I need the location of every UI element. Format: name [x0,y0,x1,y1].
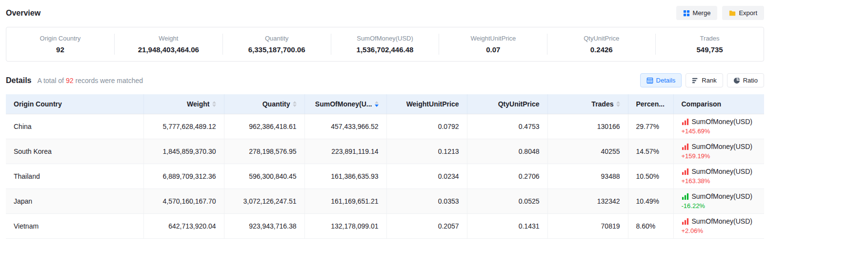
column-header-sum-of-money[interactable]: SumOfMoney(U... [304,94,386,114]
stat-sum-of-money: SumOfMoney(USD) 1,536,702,446.48 [331,34,440,55]
cell-origin-country: Vietnam [6,213,143,238]
summary-prefix: A total of [37,77,63,84]
stat-origin-country: Origin Country 92 [6,34,115,55]
cell-comparison: SumOfMoney(USD) +2.06% [673,213,764,238]
ratio-pie-icon [733,77,740,84]
page: Overview Merge Export Origin Country 92 … [6,6,764,239]
cell-trades: 130166 [547,114,628,139]
overview-stats-card: Origin Country 92 Weight 21,948,403,464.… [6,27,764,62]
stat-label: SumOfMoney(USD) [336,35,434,42]
cell-weight-unit-price: 0.1213 [386,139,467,164]
cell-quantity: 596,300,840.45 [224,164,304,189]
stat-weight: Weight 21,948,403,464.06 [115,34,223,55]
cell-quantity: 923,943,716.38 [224,213,304,238]
stat-value: 21,948,403,464.06 [120,45,218,54]
column-label: SumOfMoney(U... [315,100,372,108]
sort-icon[interactable] [616,101,620,107]
cell-weight-unit-price: 0.0792 [386,114,467,139]
details-table: Origin Country Weight Quantity [6,94,764,239]
comparison-change: +163.38% [682,177,757,185]
column-header-quantity[interactable]: Quantity [224,94,304,114]
export-button[interactable]: Export [722,6,764,20]
cell-weight: 642,713,920.04 [143,213,224,238]
sort-icon[interactable] [375,101,379,107]
table-row: Thailand 6,889,709,312.36 596,300,840.45… [6,164,764,189]
stat-label: Weight [120,35,218,42]
stat-qty-unit-price: QtyUnitPrice 0.2426 [547,34,656,55]
view-button-details[interactable]: Details [640,73,682,87]
cell-sum-of-money: 161,386,635.93 [304,164,386,189]
cell-weight: 6,889,709,312.36 [143,164,224,189]
trend-up-chart-icon [682,168,689,175]
column-label: Comparison [682,100,722,108]
topbar-actions: Merge Export [676,6,764,20]
trend-up-chart-icon [682,143,689,150]
column-label: WeightUnitPrice [406,100,459,108]
cell-origin-country: Japan [6,189,143,213]
table-row: Japan 4,570,160,167.70 3,072,126,247.51 … [6,189,764,213]
cell-qty-unit-price: 0.1431 [467,213,547,238]
column-label: Trades [591,100,613,108]
cell-percentage: 14.57% [628,139,673,164]
cell-origin-country: China [6,114,143,139]
details-header: Details A total of92records were matched… [6,73,764,87]
column-header-qty-unit-price: QtyUnitPrice [467,94,547,114]
comparison-change: -16.22% [682,202,757,210]
cell-percentage: 10.50% [628,164,673,189]
details-title: Details [6,76,31,85]
stat-label: Origin Country [11,35,109,42]
cell-trades: 132342 [547,189,628,213]
cell-qty-unit-price: 0.0525 [467,189,547,213]
cell-sum-of-money: 132,178,099.01 [304,213,386,238]
column-label: Percen... [636,100,665,108]
cell-comparison: SumOfMoney(USD) +145.69% [673,114,764,139]
cell-weight: 5,777,628,489.12 [143,114,224,139]
stat-value: 0.2426 [552,45,650,54]
comparison-metric-label: SumOfMoney(USD) [692,192,752,201]
comparison-metric-label: SumOfMoney(USD) [692,118,752,126]
cell-qty-unit-price: 0.8048 [467,139,547,164]
cell-sum-of-money: 457,433,966.52 [304,114,386,139]
cell-weight: 1,845,859,370.30 [143,139,224,164]
trend-down-chart-icon [682,193,689,200]
comparison-change: +145.69% [682,127,757,135]
stat-value: 6,335,187,700.06 [228,45,326,54]
cell-comparison: SumOfMoney(USD) +159.19% [673,139,764,164]
table-row: Vietnam 642,713,920.04 923,943,716.38 13… [6,213,764,238]
sort-icon[interactable] [293,101,297,107]
table-row: South Korea 1,845,859,370.30 278,198,576… [6,139,764,164]
view-button-label: Details [656,77,676,84]
cell-origin-country: South Korea [6,139,143,164]
column-header-trades[interactable]: Trades [547,94,628,114]
cell-trades: 93488 [547,164,628,189]
table-row: China 5,777,628,489.12 962,386,418.61 45… [6,114,764,139]
cell-percentage: 29.77% [628,114,673,139]
merge-button[interactable]: Merge [676,6,718,20]
cell-quantity: 278,198,576.95 [224,139,304,164]
column-header-weight[interactable]: Weight [143,94,224,114]
comparison-metric-label: SumOfMoney(USD) [692,168,752,176]
stat-label: QtyUnitPrice [552,35,650,42]
summary-count: 92 [64,77,76,84]
export-button-label: Export [739,9,757,17]
cell-trades: 70819 [547,213,628,238]
cell-origin-country: Thailand [6,164,143,189]
cell-qty-unit-price: 0.4753 [467,114,547,139]
stat-value: 549,735 [661,45,759,54]
view-button-ratio[interactable]: Ratio [727,73,764,87]
column-label: QtyUnitPrice [498,100,540,108]
page-title: Overview [6,9,40,18]
cell-weight-unit-price: 0.0353 [386,189,467,213]
cell-comparison: SumOfMoney(USD) -16.22% [673,189,764,213]
column-header-origin-country: Origin Country [6,94,143,114]
sort-icon[interactable] [212,101,216,107]
view-switch: Details Rank Ratio [640,73,764,87]
view-button-label: Ratio [743,77,758,84]
column-header-percentage: Percen... [628,94,673,114]
stat-value: 1,536,702,446.48 [336,45,434,54]
table-header-row: Origin Country Weight Quantity [6,94,764,114]
stat-trades: Trades 549,735 [656,34,764,55]
column-label: Weight [187,100,209,108]
topbar: Overview Merge Export [6,6,764,20]
view-button-rank[interactable]: Rank [686,73,723,87]
